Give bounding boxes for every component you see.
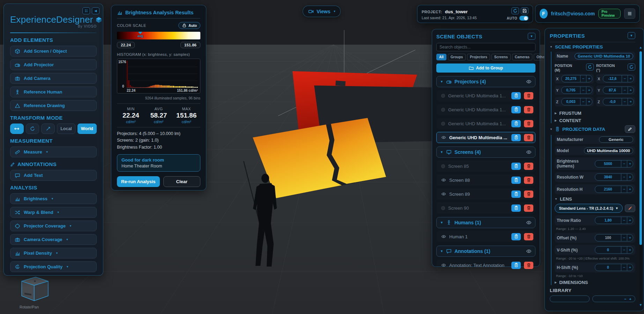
increment-button[interactable]: + — [627, 160, 633, 167]
auto-scale-button[interactable]: Auto — [178, 22, 200, 29]
eye-icon[interactable] — [441, 234, 446, 239]
collapse-scene-objects-button[interactable]: ▼ — [528, 33, 535, 40]
duplicate-button[interactable] — [511, 106, 521, 113]
object-row-projector-4-selected[interactable]: Generic UHD Multimedia ... — [436, 132, 535, 143]
increment-button[interactable]: + — [628, 75, 634, 82]
edit-projector-button[interactable] — [625, 125, 635, 133]
delete-button[interactable] — [524, 262, 533, 269]
delete-button[interactable] — [524, 163, 533, 170]
decrement-button[interactable]: − — [622, 75, 628, 82]
v-shift-value[interactable]: 0 — [595, 247, 621, 253]
decrement-button[interactable]: − — [622, 87, 628, 94]
autosave-toggle[interactable] — [519, 16, 528, 21]
group-humans[interactable]: ▼ Humans (1) — [436, 217, 535, 228]
edit-lens-button[interactable] — [625, 204, 635, 212]
brightness-lumens-value[interactable]: 5000 — [595, 160, 621, 167]
increment-button[interactable]: + — [628, 87, 634, 94]
space-local-button[interactable]: Local — [57, 124, 75, 134]
reference-human-button[interactable]: Reference Human — [10, 87, 97, 97]
position-z-value[interactable]: 0,003 — [562, 98, 580, 105]
position-y-value[interactable]: 0,705 — [562, 87, 580, 94]
add-screen-object-button[interactable]: Add Screen / Object — [10, 46, 97, 57]
offset-value[interactable]: 100 — [595, 234, 621, 241]
eye-icon[interactable] — [441, 135, 446, 140]
increment-button[interactable]: + — [628, 98, 634, 105]
delete-button[interactable] — [524, 190, 533, 198]
delete-button[interactable] — [524, 177, 533, 184]
filter-cameras[interactable]: Cameras — [512, 54, 532, 60]
reload-project-button[interactable] — [511, 7, 519, 14]
warp-blend-button[interactable]: Warp & Blend ▾ — [10, 207, 97, 218]
increment-button[interactable]: + — [627, 186, 633, 193]
pixel-density-button[interactable]: Pixel Density ▾ — [10, 248, 97, 259]
increment-button[interactable]: + — [627, 264, 633, 271]
group-annotations[interactable]: ▼ Annotations (1) — [436, 246, 535, 257]
library-field[interactable] — [550, 296, 590, 302]
eye-icon[interactable] — [441, 192, 446, 196]
projection-quality-button[interactable]: Projection Quality ▾ — [10, 261, 97, 272]
add-to-group-button[interactable]: Add to Group — [436, 63, 535, 73]
eye-icon[interactable] — [526, 149, 532, 155]
frustum-section[interactable]: ▶ FRUSTUM — [555, 111, 635, 116]
content-section[interactable]: ▶ CONTENT — [555, 118, 635, 123]
duplicate-button[interactable] — [511, 120, 521, 127]
collapse-properties-button[interactable]: ▼ — [628, 32, 635, 39]
eye-icon[interactable] — [441, 263, 446, 268]
scene-properties-heading[interactable]: ▼ SCENE PROPERTIES — [550, 44, 635, 50]
rotation-x-value[interactable]: -12,6 — [603, 75, 622, 82]
brightness-analysis-button[interactable]: Brightness ▾ — [10, 193, 97, 204]
throw-ratio-value[interactable]: 1,80 — [595, 217, 621, 224]
decrement-button[interactable]: − — [580, 98, 586, 105]
save-project-button[interactable] — [521, 7, 528, 14]
scale-max-value[interactable]: 151.86 — [180, 42, 200, 48]
object-row-projector-1[interactable]: Generic UHD Multimedia 1... — [436, 90, 535, 101]
delete-button[interactable] — [524, 120, 533, 127]
decrement-button[interactable]: − — [624, 297, 626, 301]
decrement-button[interactable]: − — [621, 174, 627, 180]
position-x-value[interactable]: 20,275 — [562, 75, 580, 82]
group-projectors[interactable]: ▼ Projectors (4) — [436, 76, 535, 87]
views-dropdown[interactable]: Views ▾ — [303, 6, 341, 17]
increment-button[interactable]: + — [586, 98, 592, 105]
increment-button[interactable]: + — [586, 75, 592, 82]
hidden-dot-icon[interactable] — [441, 94, 445, 98]
object-row-annotation-1[interactable]: Annotation: Text Annotation — [436, 260, 535, 271]
duplicate-button[interactable] — [511, 262, 521, 269]
translate-tool-button[interactable] — [10, 124, 24, 134]
duplicate-button[interactable] — [511, 92, 521, 99]
reset-rotation-button[interactable] — [628, 63, 635, 70]
object-row-screen-90[interactable]: Screen 90 — [436, 202, 535, 214]
collapse-sidebar-button[interactable]: ◀ — [92, 7, 99, 14]
avatar[interactable]: F — [540, 9, 548, 18]
increment-button[interactable]: + — [627, 234, 633, 241]
increment-button[interactable]: + — [586, 87, 592, 94]
object-row-projector-3[interactable]: Generic UHD Multimedia 1... — [436, 118, 535, 129]
manufacturer-field[interactable]: Generic — [599, 136, 633, 143]
object-row-screen-89[interactable]: Screen 89 — [436, 188, 535, 200]
projector-coverage-button[interactable]: Projector Coverage ▾ — [10, 220, 97, 231]
resolution-w-value[interactable]: 3840 — [595, 174, 621, 180]
h-shift-value[interactable]: 0 — [595, 264, 621, 271]
hidden-dot-icon[interactable] — [441, 122, 445, 126]
reset-position-button[interactable] — [586, 63, 594, 70]
filter-all[interactable]: All — [436, 54, 446, 60]
increment-button[interactable]: + — [629, 297, 631, 301]
eye-icon[interactable] — [526, 220, 532, 225]
decrement-button[interactable]: − — [621, 186, 627, 193]
filter-groups[interactable]: Groups — [448, 54, 466, 60]
decrement-button[interactable]: − — [621, 234, 627, 241]
dimensions-section[interactable]: ▶ DIMENSIONS — [555, 280, 635, 285]
library-stepper[interactable]: −+ — [592, 296, 636, 302]
decrement-button[interactable]: − — [621, 217, 627, 224]
delete-button[interactable] — [524, 204, 533, 212]
filter-screens[interactable]: Screens — [491, 54, 511, 60]
measure-button[interactable]: Measure ▾ — [10, 147, 97, 157]
space-world-button[interactable]: World — [77, 124, 97, 134]
rotation-y-value[interactable]: 87,6 — [603, 87, 622, 94]
eye-icon[interactable] — [441, 178, 446, 182]
duplicate-button[interactable] — [511, 233, 521, 240]
duplicate-button[interactable] — [511, 204, 521, 212]
decrement-button[interactable]: − — [580, 87, 586, 94]
object-row-projector-2[interactable]: Generic UHD Multimedia 1... — [436, 104, 535, 115]
rerun-analysis-button[interactable]: Re-run Analysis — [117, 176, 160, 187]
